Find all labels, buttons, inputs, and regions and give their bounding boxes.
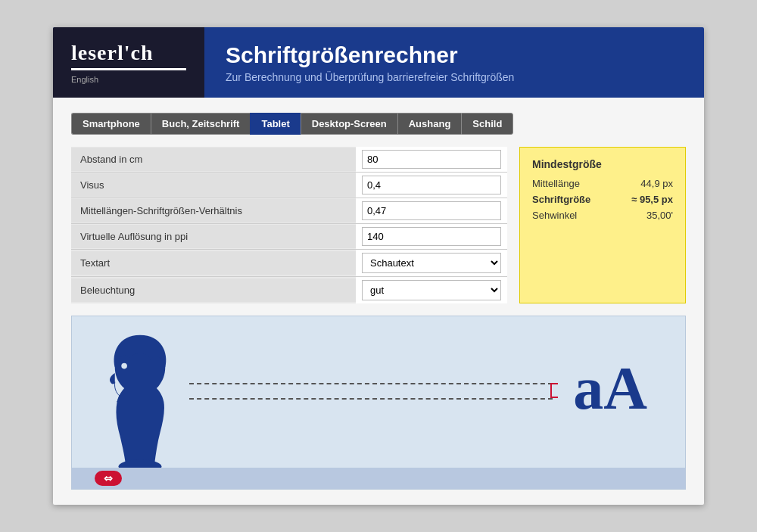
input-cell-beleuchtung: gut mittel schlecht: [356, 277, 507, 303]
result-value-schriftgroesse: ≈ 95,5 px: [631, 194, 673, 205]
form-row-textart: Textart Schautext Lesetext Orientierungs…: [71, 250, 507, 277]
tab-bar: Smartphone Buch, Zeitschrift Tablet Desk…: [71, 113, 686, 135]
input-visus[interactable]: [362, 176, 501, 194]
result-label-sehwinkel: Sehwinkel: [532, 210, 577, 221]
result-row-schriftgroesse: Schriftgröße ≈ 95,5 px: [532, 194, 673, 205]
result-label-mittellaenge: Mittellänge: [532, 178, 580, 189]
label-ppi: Virtuelle Auflösung in ppi: [71, 225, 356, 248]
input-cell-visus: [356, 173, 507, 198]
input-cell-mittellaengen: [356, 198, 507, 223]
tab-desktop-screen[interactable]: Desktop-Screen: [301, 113, 397, 135]
header: leserl'ch English Schriftgrößenrechner Z…: [53, 27, 704, 98]
tab-tablet[interactable]: Tablet: [250, 113, 300, 135]
person-silhouette: [95, 331, 185, 475]
app-container: leserl'ch English Schriftgrößenrechner Z…: [53, 27, 704, 505]
input-ppi[interactable]: [362, 227, 501, 246]
form-results-section: Abstand in cm Visus Mittellängen-Schrift…: [71, 147, 686, 303]
result-row-mittellaenge: Mittellänge 44,9 px: [532, 178, 673, 189]
distance-button[interactable]: ⇔: [95, 471, 122, 486]
sight-line-top: [189, 383, 553, 384]
logo-underline: [71, 68, 186, 70]
page-subtitle: Zur Berechnung und Überprüfung barrieref…: [226, 71, 514, 83]
tab-schild[interactable]: Schild: [461, 113, 513, 135]
label-visus: Visus: [71, 173, 356, 197]
logo-section: leserl'ch English: [53, 27, 204, 98]
form-row-ppi: Virtuelle Auflösung in ppi: [71, 224, 507, 250]
tab-aushang[interactable]: Aushang: [397, 113, 462, 135]
input-form: Abstand in cm Visus Mittellängen-Schrift…: [71, 147, 507, 303]
result-value-sehwinkel: 35,00': [646, 210, 673, 221]
form-row-mittellaengen: Mittellängen-Schriftgrößen-Verhältnis: [71, 198, 507, 224]
tab-buch-zeitschrift[interactable]: Buch, Zeitschrift: [151, 113, 251, 135]
result-value-mittellaenge: 44,9 px: [640, 178, 673, 189]
distance-bar: ⇔: [72, 468, 685, 489]
results-title: Mindestgröße: [532, 158, 673, 170]
tab-smartphone[interactable]: Smartphone: [71, 113, 151, 135]
label-textart: Textart: [71, 251, 356, 275]
aa-bracket: [550, 383, 558, 398]
results-box: Mindestgröße Mittellänge 44,9 px Schrift…: [519, 147, 686, 303]
input-abstand[interactable]: [362, 150, 501, 169]
label-beleuchtung: Beleuchtung: [71, 278, 356, 302]
result-row-sehwinkel: Sehwinkel 35,00': [532, 210, 673, 221]
content-area: Smartphone Buch, Zeitschrift Tablet Desk…: [53, 98, 704, 505]
input-cell-textart: Schautext Lesetext Orientierungstext: [356, 250, 507, 276]
illustration-area: aA ⇔: [71, 316, 686, 490]
result-label-schriftgroesse: Schriftgröße: [532, 194, 590, 205]
distance-arrow-icon: ⇔: [104, 472, 113, 484]
label-abstand: Abstand in cm: [71, 148, 356, 171]
select-textart[interactable]: Schautext Lesetext Orientierungstext: [362, 253, 501, 273]
header-title-section: Schriftgrößenrechner Zur Berechnung und …: [204, 27, 535, 98]
form-row-visus: Visus: [71, 173, 507, 198]
page-title: Schriftgrößenrechner: [226, 42, 514, 68]
input-cell-ppi: [356, 224, 507, 249]
form-row-beleuchtung: Beleuchtung gut mittel schlecht: [71, 277, 507, 303]
aa-display-text: aA: [573, 358, 647, 418]
select-beleuchtung[interactable]: gut mittel schlecht: [362, 280, 501, 300]
sight-line-bottom: [189, 398, 553, 400]
input-mittellaengen[interactable]: [362, 201, 501, 220]
input-cell-abstand: [356, 147, 507, 172]
svg-point-1: [121, 363, 127, 369]
form-row-abstand: Abstand in cm: [71, 147, 507, 173]
label-mittellaengen: Mittellängen-Schriftgrößen-Verhältnis: [71, 199, 356, 222]
logo-text: leserl'ch: [71, 41, 186, 65]
logo-language-link[interactable]: English: [71, 75, 186, 84]
